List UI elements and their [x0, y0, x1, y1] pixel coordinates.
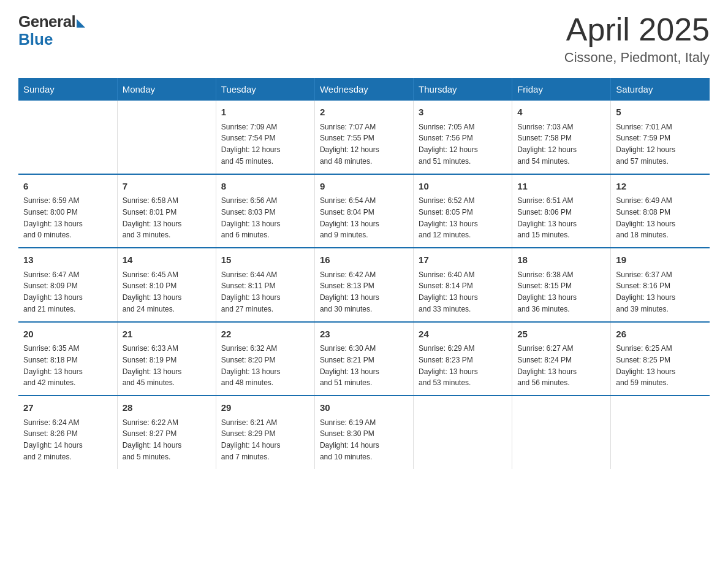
calendar-cell: 9Sunrise: 6:54 AM Sunset: 8:04 PM Daylig…: [314, 174, 413, 248]
day-number: 28: [123, 401, 211, 415]
day-info: Sunrise: 6:21 AM Sunset: 8:29 PM Dayligh…: [221, 418, 281, 461]
calendar-cell: 12Sunrise: 6:49 AM Sunset: 8:08 PM Dayli…: [611, 174, 710, 248]
day-number: 26: [616, 327, 705, 342]
day-info: Sunrise: 6:51 AM Sunset: 8:06 PM Dayligh…: [517, 196, 577, 239]
day-info: Sunrise: 6:44 AM Sunset: 8:11 PM Dayligh…: [221, 270, 281, 313]
day-info: Sunrise: 6:30 AM Sunset: 8:21 PM Dayligh…: [320, 344, 379, 387]
location-title: Cissone, Piedmont, Italy: [564, 50, 710, 66]
calendar-cell: 10Sunrise: 6:52 AM Sunset: 8:05 PM Dayli…: [414, 174, 512, 248]
calendar-cell: 13Sunrise: 6:47 AM Sunset: 8:09 PM Dayli…: [18, 248, 117, 322]
day-number: 22: [221, 327, 309, 342]
day-info: Sunrise: 6:19 AM Sunset: 8:30 PM Dayligh…: [320, 418, 379, 461]
calendar-cell: 7Sunrise: 6:58 AM Sunset: 8:01 PM Daylig…: [117, 174, 216, 248]
calendar-week-row: 27Sunrise: 6:24 AM Sunset: 8:26 PM Dayli…: [18, 396, 710, 469]
weekday-header-friday: Friday: [512, 78, 611, 101]
calendar-cell: 17Sunrise: 6:40 AM Sunset: 8:14 PM Dayli…: [414, 248, 512, 322]
page-header: General Blue April 2025 Cissone, Piedmon…: [18, 12, 710, 66]
day-number: 25: [517, 327, 605, 342]
calendar-cell: 15Sunrise: 6:44 AM Sunset: 8:11 PM Dayli…: [216, 248, 314, 322]
weekday-header-sunday: Sunday: [18, 78, 117, 101]
day-number: 29: [221, 401, 309, 415]
day-number: 21: [123, 327, 211, 342]
day-number: 20: [23, 327, 112, 342]
calendar-week-row: 6Sunrise: 6:59 AM Sunset: 8:00 PM Daylig…: [18, 174, 710, 248]
calendar-cell: 18Sunrise: 6:38 AM Sunset: 8:15 PM Dayli…: [512, 248, 611, 322]
calendar-cell: 8Sunrise: 6:56 AM Sunset: 8:03 PM Daylig…: [216, 174, 314, 248]
day-info: Sunrise: 6:58 AM Sunset: 8:01 PM Dayligh…: [123, 196, 182, 239]
calendar-cell: [18, 101, 117, 174]
day-number: 19: [616, 253, 705, 267]
calendar-cell: 27Sunrise: 6:24 AM Sunset: 8:26 PM Dayli…: [18, 396, 117, 469]
day-info: Sunrise: 6:47 AM Sunset: 8:09 PM Dayligh…: [23, 270, 83, 313]
calendar-cell: 5Sunrise: 7:01 AM Sunset: 7:59 PM Daylig…: [611, 101, 710, 174]
day-info: Sunrise: 6:49 AM Sunset: 8:08 PM Dayligh…: [616, 196, 675, 239]
calendar-table: SundayMondayTuesdayWednesdayThursdayFrid…: [18, 78, 710, 469]
calendar-cell: 3Sunrise: 7:05 AM Sunset: 7:56 PM Daylig…: [414, 101, 512, 174]
calendar-cell: 1Sunrise: 7:09 AM Sunset: 7:54 PM Daylig…: [216, 101, 314, 174]
day-number: 23: [320, 327, 408, 342]
calendar-week-row: 20Sunrise: 6:35 AM Sunset: 8:18 PM Dayli…: [18, 322, 710, 396]
day-info: Sunrise: 6:22 AM Sunset: 8:27 PM Dayligh…: [123, 418, 182, 461]
calendar-cell: 16Sunrise: 6:42 AM Sunset: 8:13 PM Dayli…: [314, 248, 413, 322]
day-info: Sunrise: 6:38 AM Sunset: 8:15 PM Dayligh…: [517, 270, 577, 313]
day-info: Sunrise: 7:07 AM Sunset: 7:55 PM Dayligh…: [320, 123, 379, 166]
logo: General Blue: [18, 12, 85, 47]
day-info: Sunrise: 6:59 AM Sunset: 8:00 PM Dayligh…: [23, 196, 83, 239]
day-info: Sunrise: 6:25 AM Sunset: 8:25 PM Dayligh…: [616, 344, 675, 387]
day-info: Sunrise: 7:01 AM Sunset: 7:59 PM Dayligh…: [616, 123, 675, 166]
calendar-cell: [117, 101, 216, 174]
calendar-cell: 14Sunrise: 6:45 AM Sunset: 8:10 PM Dayli…: [117, 248, 216, 322]
day-number: 24: [419, 327, 507, 342]
day-info: Sunrise: 6:37 AM Sunset: 8:16 PM Dayligh…: [616, 270, 675, 313]
weekday-header-wednesday: Wednesday: [314, 78, 413, 101]
weekday-header-tuesday: Tuesday: [216, 78, 314, 101]
day-number: 13: [23, 253, 112, 267]
calendar-cell: 25Sunrise: 6:27 AM Sunset: 8:24 PM Dayli…: [512, 322, 611, 396]
day-info: Sunrise: 6:56 AM Sunset: 8:03 PM Dayligh…: [221, 196, 281, 239]
calendar-cell: 11Sunrise: 6:51 AM Sunset: 8:06 PM Dayli…: [512, 174, 611, 248]
weekday-header-thursday: Thursday: [414, 78, 512, 101]
day-info: Sunrise: 6:29 AM Sunset: 8:23 PM Dayligh…: [419, 344, 478, 387]
calendar-cell: 20Sunrise: 6:35 AM Sunset: 8:18 PM Dayli…: [18, 322, 117, 396]
calendar-cell: 22Sunrise: 6:32 AM Sunset: 8:20 PM Dayli…: [216, 322, 314, 396]
day-number: 30: [320, 401, 408, 415]
weekday-header-row: SundayMondayTuesdayWednesdayThursdayFrid…: [18, 78, 710, 101]
day-number: 18: [517, 253, 605, 267]
weekday-header-saturday: Saturday: [611, 78, 710, 101]
day-number: 27: [23, 401, 112, 415]
day-number: 2: [320, 105, 408, 120]
calendar-cell: 4Sunrise: 7:03 AM Sunset: 7:58 PM Daylig…: [512, 101, 611, 174]
calendar-cell: 26Sunrise: 6:25 AM Sunset: 8:25 PM Dayli…: [611, 322, 710, 396]
day-info: Sunrise: 6:24 AM Sunset: 8:26 PM Dayligh…: [23, 418, 83, 461]
calendar-cell: 23Sunrise: 6:30 AM Sunset: 8:21 PM Dayli…: [314, 322, 413, 396]
calendar-cell: [611, 396, 710, 469]
day-info: Sunrise: 6:54 AM Sunset: 8:04 PM Dayligh…: [320, 196, 379, 239]
day-info: Sunrise: 7:09 AM Sunset: 7:54 PM Dayligh…: [221, 123, 281, 166]
title-section: April 2025 Cissone, Piedmont, Italy: [564, 12, 710, 66]
weekday-header-monday: Monday: [117, 78, 216, 101]
calendar-cell: 29Sunrise: 6:21 AM Sunset: 8:29 PM Dayli…: [216, 396, 314, 469]
logo-triangle-icon: [77, 19, 85, 28]
logo-general-text: General: [18, 12, 75, 31]
calendar-cell: 21Sunrise: 6:33 AM Sunset: 8:19 PM Dayli…: [117, 322, 216, 396]
day-number: 15: [221, 253, 309, 267]
day-info: Sunrise: 6:52 AM Sunset: 8:05 PM Dayligh…: [419, 196, 478, 239]
day-number: 4: [517, 105, 605, 120]
calendar-cell: [414, 396, 512, 469]
day-number: 14: [123, 253, 211, 267]
day-number: 1: [221, 105, 309, 120]
day-info: Sunrise: 6:33 AM Sunset: 8:19 PM Dayligh…: [123, 344, 182, 387]
day-number: 7: [123, 180, 211, 194]
day-info: Sunrise: 6:40 AM Sunset: 8:14 PM Dayligh…: [419, 270, 478, 313]
calendar-cell: 2Sunrise: 7:07 AM Sunset: 7:55 PM Daylig…: [314, 101, 413, 174]
day-info: Sunrise: 6:35 AM Sunset: 8:18 PM Dayligh…: [23, 344, 83, 387]
calendar-cell: 28Sunrise: 6:22 AM Sunset: 8:27 PM Dayli…: [117, 396, 216, 469]
day-info: Sunrise: 7:03 AM Sunset: 7:58 PM Dayligh…: [517, 123, 577, 166]
day-number: 11: [517, 180, 605, 194]
day-number: 5: [616, 105, 705, 120]
calendar-cell: 6Sunrise: 6:59 AM Sunset: 8:00 PM Daylig…: [18, 174, 117, 248]
calendar-week-row: 1Sunrise: 7:09 AM Sunset: 7:54 PM Daylig…: [18, 101, 710, 174]
day-info: Sunrise: 6:42 AM Sunset: 8:13 PM Dayligh…: [320, 270, 379, 313]
day-number: 6: [23, 180, 112, 194]
logo-blue-text: Blue: [18, 31, 53, 47]
